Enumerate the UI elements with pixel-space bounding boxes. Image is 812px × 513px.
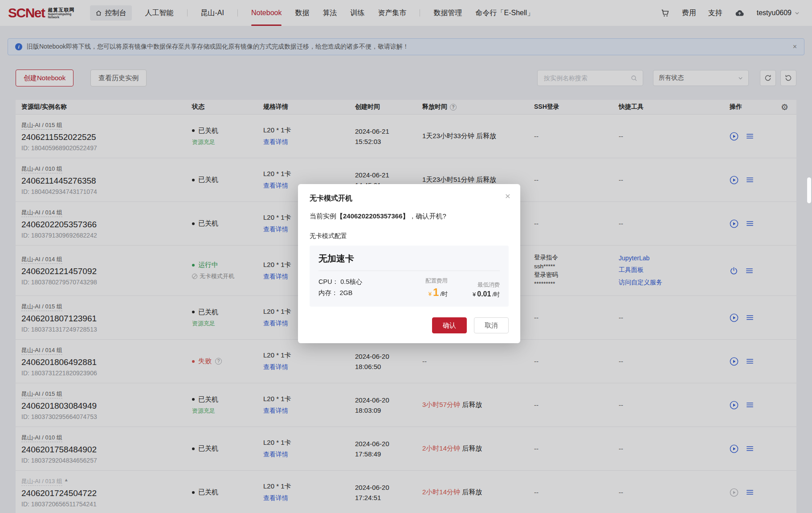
mem-value: 2GB: [340, 289, 353, 296]
modal-title: 无卡模式开机: [310, 194, 509, 203]
confirm-button[interactable]: 确认: [432, 317, 467, 333]
card-specs: CPU： 0.5核心 内存： 2GB: [318, 276, 401, 299]
nocard-config-label: 无卡模式配置: [310, 232, 509, 240]
modal-footer: 确认 取消: [310, 317, 509, 333]
min-consumption: 最低消费 ¥0.01/时: [448, 281, 500, 299]
scrollbar-thumb[interactable]: [807, 177, 811, 203]
modal-close-icon[interactable]: ×: [505, 191, 510, 201]
min-value: 0.01: [477, 290, 491, 298]
modal-dialog: 无卡模式开机 × 当前实例【2406202205357366】，确认开机? 无卡…: [298, 184, 520, 343]
modal-body: 当前实例【2406202205357366】，确认开机?: [310, 212, 509, 221]
config-fee: 配置费用 ¥1/时: [401, 277, 448, 299]
cancel-button[interactable]: 取消: [474, 317, 509, 333]
card-name: 无加速卡: [318, 253, 500, 265]
fee-value: 1: [433, 286, 439, 298]
modal-instance-id: 【2406202205357366】: [336, 212, 409, 220]
nocard-spec-card: 无加速卡 CPU： 0.5核心 内存： 2GB 配置费用 ¥1/时 最低消费 ¥…: [310, 246, 509, 307]
cpu-value: 0.5核心: [340, 278, 362, 285]
card-divider: [318, 271, 500, 271]
